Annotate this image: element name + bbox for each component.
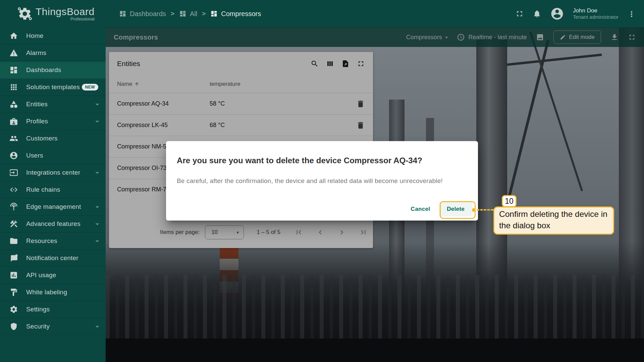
- sidebar-item-users[interactable]: Users: [0, 147, 106, 164]
- sidebar-item-rule-chains[interactable]: Rule chains: [0, 181, 106, 198]
- sidebar-item-security[interactable]: Security: [0, 318, 106, 335]
- thingsboard-logo-icon: [17, 6, 32, 21]
- breadcrumb: Dashboards > All > Compressors: [119, 10, 261, 18]
- annotation-connector-dot: [472, 208, 476, 212]
- dashboards-icon: [9, 66, 18, 74]
- new-badge: NEW: [82, 84, 99, 90]
- sidebar-item-profiles[interactable]: Profiles: [0, 113, 106, 130]
- sidebar-item-api-usage[interactable]: API usage: [0, 267, 106, 284]
- customers-icon: [9, 134, 18, 143]
- brand-logo[interactable]: ThingsBoard Professional: [0, 0, 106, 27]
- dialog-body: Be careful, after the confirmation, the …: [177, 177, 467, 185]
- dashboards-grid-icon: [119, 10, 126, 17]
- sidebar: ThingsBoard Professional Home Alarms Das…: [0, 0, 106, 362]
- user-circle-icon: [9, 151, 18, 160]
- sidebar-item-advanced-features[interactable]: Advanced features: [0, 216, 106, 233]
- sidebar-item-entities[interactable]: Entities: [0, 96, 106, 113]
- brand-name: ThingsBoard: [36, 6, 95, 17]
- white-labeling-icon: [9, 288, 18, 297]
- brand-edition: Professional: [36, 16, 95, 21]
- sidebar-item-resources[interactable]: Resources: [0, 233, 106, 250]
- breadcrumb-item-all[interactable]: All: [179, 10, 197, 18]
- rule-chains-icon: [9, 185, 18, 194]
- chevron-down-icon: [94, 221, 100, 227]
- home-icon: [9, 32, 18, 40]
- annotation-highlight-box: [440, 201, 476, 219]
- sidebar-item-solution-templates[interactable]: Solution templates NEW: [0, 79, 106, 96]
- annotation-callout: Confirm deleting the device in the dialo…: [493, 206, 614, 235]
- folder-icon: [9, 237, 18, 245]
- chevron-down-icon: [94, 101, 100, 107]
- sidebar-item-edge-management[interactable]: Edge management: [0, 198, 106, 216]
- cancel-button[interactable]: Cancel: [405, 202, 436, 217]
- shield-icon: [9, 322, 18, 331]
- sidebar-item-alarms[interactable]: Alarms: [0, 45, 106, 62]
- gear-icon: [9, 305, 18, 314]
- more-options-icon[interactable]: [627, 10, 635, 18]
- chevron-down-icon: [94, 204, 100, 210]
- breadcrumb-item-compressors[interactable]: Compressors: [210, 10, 261, 18]
- chevron-down-icon: [94, 323, 100, 329]
- avatar[interactable]: [550, 7, 564, 21]
- breadcrumb-separator: >: [171, 10, 174, 17]
- sidebar-item-dashboards[interactable]: Dashboards: [0, 62, 106, 79]
- dialog-title: Are you sure you want to delete the devi…: [177, 156, 467, 165]
- user-role: Tenant administrator: [573, 14, 619, 20]
- chevron-down-icon: [94, 238, 100, 244]
- sidebar-item-white-labeling[interactable]: White labeling: [0, 284, 106, 301]
- sidebar-item-home[interactable]: Home: [0, 27, 106, 45]
- integrations-icon: [9, 168, 18, 177]
- edge-antenna-icon: [9, 202, 18, 211]
- chevron-down-icon: [94, 170, 100, 176]
- user-menu[interactable]: John Doe Tenant administrator: [573, 7, 619, 20]
- sidebar-item-notification-center[interactable]: Notification center: [0, 250, 106, 267]
- user-name: John Doe: [573, 7, 619, 14]
- chevron-down-icon: [94, 118, 100, 124]
- profiles-icon: [9, 117, 18, 126]
- delete-confirmation-dialog: Are you sure you want to delete the devi…: [166, 141, 478, 221]
- dashboards-grid-icon: [210, 10, 218, 17]
- advanced-features-icon: [9, 220, 18, 228]
- sidebar-item-settings[interactable]: Settings: [0, 301, 106, 318]
- annotation-connector-line: [477, 209, 493, 210]
- top-header: Dashboards > All > Compressors John Doe …: [106, 0, 644, 27]
- fullscreen-button[interactable]: [515, 9, 524, 18]
- breadcrumb-item-dashboards[interactable]: Dashboards: [119, 10, 166, 18]
- annotation-step-badge: 10: [502, 195, 517, 207]
- thingsboard-app: Compressors Compressors ▾ Realtime - las…: [0, 0, 644, 362]
- dashboards-grid-icon: [179, 10, 186, 17]
- breadcrumb-separator: >: [202, 10, 206, 17]
- entities-icon: [9, 100, 18, 109]
- sidebar-item-integrations-center[interactable]: Integrations center: [0, 164, 106, 181]
- sidebar-item-customers[interactable]: Customers: [0, 130, 106, 147]
- api-usage-icon: [9, 271, 18, 280]
- apps-grid-icon: [9, 83, 18, 92]
- notification-icon: [9, 254, 18, 262]
- warning-icon: [9, 49, 18, 57]
- notifications-bell-icon[interactable]: [533, 9, 541, 18]
